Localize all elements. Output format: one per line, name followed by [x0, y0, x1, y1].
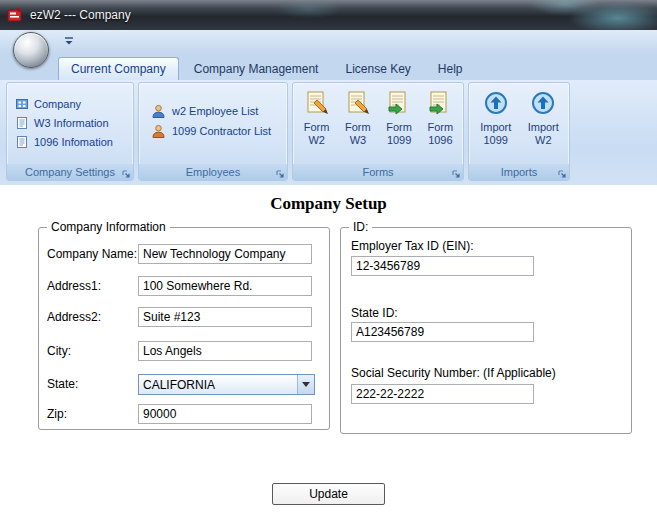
dialog-launcher-icon[interactable]	[275, 167, 285, 177]
button-label-line: 1099	[387, 134, 411, 147]
form-pencil-icon	[304, 90, 330, 116]
ribbon-item-label: 1099 Contractor List	[172, 125, 271, 137]
button-label-line: Import	[528, 121, 559, 134]
w2-employee-list-button[interactable]: w2 Employee List	[139, 101, 287, 121]
button-label-line: 1096	[428, 134, 452, 147]
state-id-label: State ID:	[351, 306, 398, 320]
ribbon-item-label: w2 Employee List	[172, 105, 258, 117]
state-label: State:	[47, 377, 78, 391]
import-w2-button[interactable]: Import W2	[521, 86, 567, 164]
w3-document-icon	[15, 116, 29, 130]
address2-input[interactable]	[138, 307, 312, 327]
dialog-launcher-icon[interactable]	[121, 167, 131, 177]
window-title: ezW2 --- Company	[30, 8, 131, 22]
update-button[interactable]: Update	[272, 483, 385, 505]
group-label-text: Imports	[501, 166, 538, 178]
ribbon-item-label: W3 Information	[34, 117, 109, 129]
tab-license-key[interactable]: License Key	[333, 59, 422, 80]
ribbon-group-forms: Form W2 Form W3	[292, 82, 464, 181]
company-information-groupbox: Company Information Company Name: Addres…	[38, 227, 330, 430]
ein-label: Employer Tax ID (EIN):	[351, 239, 473, 253]
button-label-line: Form	[304, 121, 330, 134]
chevron-down-icon	[297, 375, 314, 394]
form-w2-button[interactable]: Form W2	[297, 86, 336, 164]
button-label-line: W2	[308, 134, 325, 147]
form-1099-button[interactable]: Form 1099	[380, 86, 419, 164]
id-groupbox: ID: Employer Tax ID (EIN): State ID: Soc…	[340, 227, 632, 434]
form-arrow-icon	[386, 90, 412, 116]
ssn-label: Social Security Number: (If Applicable)	[351, 366, 556, 380]
tab-help[interactable]: Help	[426, 59, 475, 80]
group-label-text: Employees	[186, 166, 240, 178]
import-circle-arrow-icon	[483, 90, 509, 116]
address2-label: Address2:	[47, 310, 101, 324]
ribbon-item-label: Company	[34, 98, 81, 110]
tab-current-company[interactable]: Current Company	[58, 57, 179, 80]
button-label-line: Import	[480, 121, 511, 134]
dialog-launcher-icon[interactable]	[557, 167, 567, 177]
button-label-line: Form	[428, 121, 454, 134]
dialog-launcher-icon[interactable]	[451, 167, 461, 177]
address1-label: Address1:	[47, 279, 101, 293]
button-label-line: 1099	[484, 134, 508, 147]
company-name-label: Company Name:	[47, 247, 137, 261]
form-pencil-icon	[345, 90, 371, 116]
group-label-text: Forms	[362, 166, 393, 178]
ribbon-item-1096-information[interactable]: 1096 Infomation	[7, 132, 133, 151]
group-label-company-settings: Company Settings	[7, 164, 133, 180]
ribbon: Current Company Company Management Licen…	[0, 30, 657, 185]
groupbox-legend: ID:	[349, 220, 372, 234]
employee-person-icon	[151, 104, 166, 119]
ssn-input[interactable]	[351, 384, 534, 404]
page-title: Company Setup	[0, 194, 657, 214]
zip-input[interactable]	[138, 404, 312, 424]
group-label-forms: Forms	[293, 164, 463, 180]
form-1096-document-icon	[15, 135, 29, 149]
company-building-icon	[15, 97, 29, 111]
group-label-imports: Imports	[469, 164, 569, 180]
main-content: Company Setup Company Information Compan…	[0, 185, 657, 528]
ribbon-group-company-settings: Company W3 Information	[6, 82, 134, 181]
ribbon-body: Company W3 Information	[0, 80, 657, 185]
qat-dropdown-icon[interactable]	[62, 35, 76, 49]
button-label-line: Form	[386, 121, 412, 134]
ribbon-group-employees: w2 Employee List 1099 Contractor List	[138, 82, 288, 181]
form-w3-button[interactable]: Form W3	[338, 86, 377, 164]
groupbox-legend: Company Information	[47, 220, 170, 234]
button-label-line: W2	[535, 134, 552, 147]
state-select[interactable]: CALIFORNIA	[138, 374, 315, 395]
app-window: ezW2 --- Company Current Company Company…	[0, 0, 657, 528]
form-1096-button[interactable]: Form 1096	[421, 86, 460, 164]
form-arrow-icon	[427, 90, 453, 116]
contractor-person-icon	[151, 124, 166, 139]
zip-label: Zip:	[47, 407, 67, 421]
application-menu-button[interactable]	[13, 32, 49, 68]
button-label-line: Form	[345, 121, 371, 134]
ribbon-tab-row: Current Company Company Management Licen…	[0, 54, 657, 80]
ribbon-item-label: 1096 Infomation	[34, 136, 113, 148]
import-circle-arrow-icon	[530, 90, 556, 116]
state-select-value: CALIFORNIA	[139, 378, 297, 392]
group-label-employees: Employees	[139, 164, 287, 180]
city-input[interactable]	[138, 341, 312, 361]
ribbon-group-imports: Import 1099 Import W2	[468, 82, 570, 181]
company-name-input[interactable]	[138, 244, 312, 264]
ribbon-item-company[interactable]: Company	[7, 94, 133, 113]
city-label: City:	[47, 344, 71, 358]
quick-access-toolbar	[0, 30, 657, 54]
ribbon-item-w3-information[interactable]: W3 Information	[7, 113, 133, 132]
tab-company-management[interactable]: Company Management	[182, 59, 331, 80]
ein-input[interactable]	[351, 256, 534, 276]
button-label-line: W3	[350, 134, 367, 147]
state-id-input[interactable]	[351, 322, 534, 342]
import-1099-button[interactable]: Import 1099	[473, 86, 519, 164]
group-label-text: Company Settings	[25, 166, 115, 178]
titlebar: ezW2 --- Company	[0, 0, 657, 30]
address1-input[interactable]	[138, 276, 312, 296]
contractor-1099-list-button[interactable]: 1099 Contractor List	[139, 121, 287, 141]
app-icon	[7, 7, 23, 23]
